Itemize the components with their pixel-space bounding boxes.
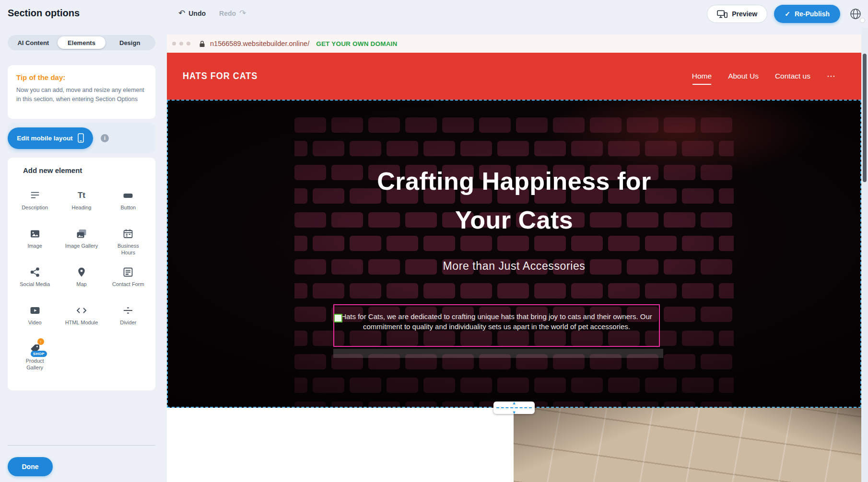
tab-design[interactable]: Design <box>106 36 154 49</box>
hero-section-selected[interactable]: Crafting Happiness for Your Cats More th… <box>167 100 861 408</box>
devices-icon <box>717 10 727 18</box>
done-button[interactable]: Done <box>8 457 53 476</box>
element-image-gallery[interactable]: Image Gallery <box>58 223 105 262</box>
edit-mobile-label: Edit mobile layout <box>17 135 72 142</box>
html-code-icon <box>75 304 88 317</box>
video-icon <box>29 304 41 317</box>
window-dots <box>172 42 190 46</box>
globe-badge <box>860 18 865 23</box>
topbar: Section options ↶ Undo Redo ↷ Preview ✓ … <box>0 0 868 27</box>
section-resize-handle[interactable]: ▲ ▼ <box>493 402 535 414</box>
element-grid: Description Tt Heading Button Image <box>8 185 155 377</box>
map-pin-icon <box>75 266 88 278</box>
site-preview-stage: n1566589.websitebuilder.online/ GET YOUR… <box>167 27 861 482</box>
element-product-gallery[interactable]: ↑ SHOP Product Gallery <box>12 338 58 377</box>
next-section-white <box>167 408 514 482</box>
business-hours-icon <box>122 228 134 240</box>
window-dot <box>172 42 176 46</box>
hero-heading-line1: Crafting Happiness for <box>168 162 860 201</box>
lock-icon <box>199 40 205 47</box>
edit-mobile-layout-button[interactable]: Edit mobile layout <box>8 127 93 149</box>
social-media-icon <box>29 266 41 278</box>
element-business-hours[interactable]: Business Hours <box>105 223 152 262</box>
sidebar-divider <box>8 445 155 446</box>
tip-of-the-day-card: Tip of the day: Now you can add, move an… <box>8 65 155 119</box>
window-dot <box>187 42 190 46</box>
divider-icon <box>122 304 134 317</box>
undo-button[interactable]: ↶ Undo <box>178 8 206 18</box>
element-description[interactable]: Description <box>12 185 58 223</box>
arrow-down-icon: ▼ <box>512 410 516 415</box>
tab-ai-content[interactable]: AI Content <box>9 36 58 49</box>
tip-body: Now you can add, move and resize any ele… <box>16 86 147 104</box>
tip-title: Tip of the day: <box>16 73 147 81</box>
panel-tabs: AI Content Elements Design <box>8 35 155 50</box>
window-dot <box>179 42 183 46</box>
element-image[interactable]: Image <box>12 223 58 262</box>
heading-icon: Tt <box>75 189 88 202</box>
element-video[interactable]: Video <box>12 300 58 338</box>
site-header[interactable]: HATS FOR CATS Home About Us Contact us ⋯ <box>167 53 861 100</box>
undo-icon: ↶ <box>178 8 185 18</box>
shop-badge: SHOP <box>31 351 47 357</box>
topbar-actions: Preview ✓ Re-Publish <box>707 5 864 23</box>
site-nav: Home About Us Contact us ⋯ <box>692 53 836 100</box>
undo-label: Undo <box>188 10 206 17</box>
upgrade-badge-icon: ↑ <box>37 338 44 345</box>
nav-about[interactable]: About Us <box>728 72 759 80</box>
nav-contact[interactable]: Contact us <box>775 72 810 80</box>
site-logo[interactable]: HATS FOR CATS <box>183 70 258 82</box>
site-canvas: HATS FOR CATS Home About Us Contact us ⋯… <box>167 53 861 482</box>
hero-heading-line2: Your Cats <box>168 201 860 240</box>
page-title: Section options <box>8 8 80 19</box>
image-icon <box>29 228 41 240</box>
image-gallery-icon <box>75 228 88 240</box>
scrollbar-thumb[interactable] <box>863 54 867 182</box>
nav-home[interactable]: Home <box>692 72 712 80</box>
redo-label: Redo <box>219 10 236 17</box>
section-options-panel: AI Content Elements Design Tip of the da… <box>0 27 167 482</box>
add-element-title: Add new element <box>8 166 155 174</box>
hero-heading[interactable]: Crafting Happiness for Your Cats <box>168 162 860 240</box>
info-icon[interactable]: i <box>101 134 109 142</box>
preview-button[interactable]: Preview <box>707 5 767 23</box>
element-resize-handle[interactable] <box>334 314 342 322</box>
language-globe-button[interactable] <box>847 5 864 23</box>
element-html-module[interactable]: HTML Module <box>58 300 105 338</box>
republish-button[interactable]: ✓ Re-Publish <box>774 5 840 23</box>
element-button[interactable]: Button <box>105 185 152 223</box>
add-element-card: Add new element Description Tt Heading B… <box>8 158 155 390</box>
arrow-up-icon: ▲ <box>512 401 516 405</box>
dashed-line-icon <box>496 407 532 408</box>
tab-elements[interactable]: Elements <box>58 36 106 49</box>
element-divider[interactable]: Divider <box>105 300 152 338</box>
browser-bar: n1566589.websitebuilder.online/ GET YOUR… <box>167 34 861 53</box>
phone-icon <box>78 133 84 143</box>
redo-button[interactable]: Redo ↷ <box>219 8 246 18</box>
redo-icon: ↷ <box>239 8 246 18</box>
pavement-photo <box>514 408 861 482</box>
preview-label: Preview <box>732 10 757 18</box>
hero-paragraph: Hats for Cats, we are dedicated to craft… <box>337 311 656 332</box>
product-gallery-icon: ↑ SHOP <box>29 343 41 355</box>
element-contact-form[interactable]: Contact Form <box>105 262 152 300</box>
history-controls: ↶ Undo Redo ↷ <box>178 8 246 18</box>
element-map[interactable]: Map <box>58 262 105 300</box>
site-url: n1566589.websitebuilder.online/ <box>210 40 309 47</box>
element-heading[interactable]: Tt Heading <box>58 185 105 223</box>
nav-more-icon[interactable]: ⋯ <box>827 71 836 81</box>
drag-ghost <box>333 349 663 358</box>
republish-label: Re-Publish <box>795 10 830 18</box>
get-domain-link[interactable]: GET YOUR OWN DOMAIN <box>316 40 397 47</box>
hero-vignette <box>168 101 860 407</box>
element-social-media[interactable]: Social Media <box>12 262 58 300</box>
contact-form-icon <box>122 266 134 278</box>
page-scrollbar <box>861 27 868 482</box>
description-icon <box>29 189 41 202</box>
hero-subheading[interactable]: More than Just Accessories <box>168 260 860 273</box>
selected-paragraph-element[interactable]: Hats for Cats, we are dedicated to craft… <box>333 304 660 347</box>
check-icon: ✓ <box>785 10 790 18</box>
edit-mobile-row: Edit mobile layout i <box>8 123 155 153</box>
button-icon <box>122 189 134 202</box>
